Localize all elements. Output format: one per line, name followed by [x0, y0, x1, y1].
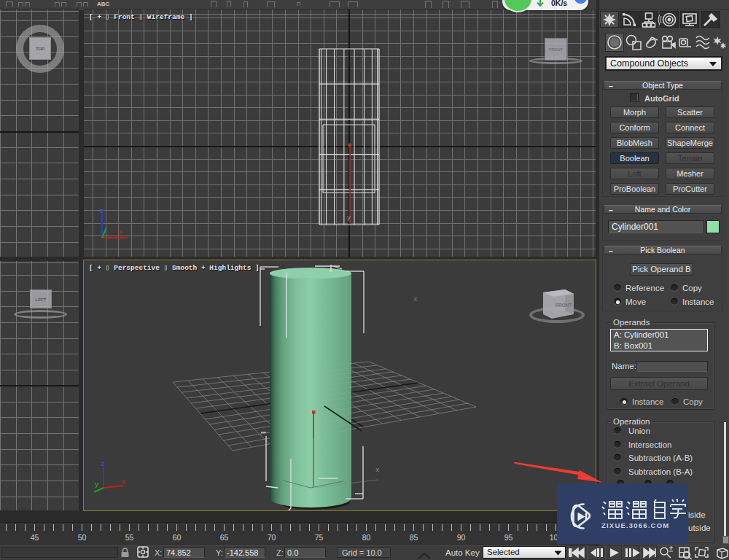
svg-text:x: x	[413, 296, 417, 303]
svg-text:ZIXUE.3066.COM: ZIXUE.3066.COM	[601, 521, 669, 529]
svg-text:FRONT: FRONT	[555, 303, 572, 308]
svg-text:z: z	[101, 460, 105, 467]
svg-text:x: x	[375, 467, 379, 474]
svg-text:y: y	[95, 481, 98, 488]
svg-text:x: x	[122, 478, 125, 485]
svg-text:y: y	[347, 214, 351, 222]
svg-text:x: x	[119, 228, 122, 236]
svg-text:z: z	[100, 207, 104, 214]
